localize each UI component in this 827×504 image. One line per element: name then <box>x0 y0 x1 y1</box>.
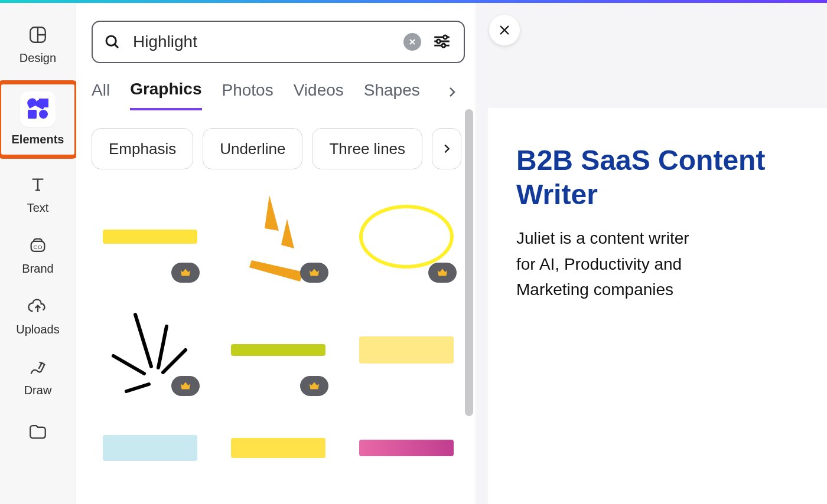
result-item[interactable] <box>220 299 336 401</box>
nav-label: Uploads <box>16 323 59 336</box>
uploads-icon <box>27 296 48 317</box>
nav-label: Brand <box>22 262 53 276</box>
nav-elements-highlight: Elements <box>0 80 79 159</box>
result-item[interactable] <box>220 413 336 483</box>
svg-point-5 <box>437 40 440 43</box>
result-item[interactable] <box>349 413 465 483</box>
side-nav: Design Elements Text CO Brand <box>0 3 76 504</box>
search-row <box>92 21 465 63</box>
premium-badge <box>428 263 457 283</box>
text-icon <box>27 174 48 195</box>
panel-scrollbar[interactable] <box>465 109 473 440</box>
chips-scroll-right[interactable] <box>432 128 461 169</box>
filter-icon[interactable] <box>432 31 453 53</box>
nav-uploads[interactable]: Uploads <box>0 291 76 341</box>
nav-label: Elements <box>12 133 64 146</box>
nav-brand[interactable]: CO Brand <box>0 230 76 280</box>
canvas-paragraph[interactable]: Juliet is a content writer for AI, Produ… <box>516 225 753 302</box>
draw-icon <box>27 356 48 378</box>
nav-design[interactable]: Design <box>0 19 76 70</box>
search-icon <box>103 33 121 51</box>
highlight-graphic <box>359 440 454 456</box>
nav-text[interactable]: Text <box>0 169 76 220</box>
highlight-graphic <box>231 344 325 356</box>
elements-tile <box>20 91 56 127</box>
result-item[interactable] <box>92 413 208 483</box>
folder-icon <box>27 421 48 442</box>
category-tabs: All Graphics Photos Videos Shapes <box>92 80 465 110</box>
nav-draw[interactable]: Draw <box>0 352 76 402</box>
search-box[interactable] <box>92 21 465 63</box>
close-panel-button[interactable] <box>489 15 520 45</box>
highlight-graphic <box>103 230 197 244</box>
result-item[interactable] <box>220 186 336 287</box>
nav-projects[interactable] <box>0 416 76 447</box>
result-item[interactable] <box>92 299 208 401</box>
nav-label: Text <box>27 201 49 215</box>
tab-graphics[interactable]: Graphics <box>130 80 201 110</box>
chip-three-lines[interactable]: Three lines <box>312 128 422 169</box>
tab-photos[interactable]: Photos <box>222 81 274 109</box>
svg-point-6 <box>442 44 445 47</box>
premium-badge <box>300 263 328 283</box>
nav-elements[interactable]: Elements <box>2 87 73 151</box>
highlight-graphic <box>359 205 454 269</box>
chip-emphasis[interactable]: Emphasis <box>92 128 193 169</box>
design-canvas[interactable]: B2B SaaS Content Writer Juliet is a cont… <box>488 108 827 504</box>
result-item[interactable] <box>349 299 465 401</box>
canvas-heading[interactable]: B2B SaaS Content Writer <box>516 143 812 211</box>
result-item[interactable] <box>349 186 465 287</box>
clear-search-button[interactable] <box>403 33 421 51</box>
canvas-area: B2B SaaS Content Writer Juliet is a cont… <box>476 3 827 504</box>
premium-badge <box>171 376 200 396</box>
tab-videos[interactable]: Videos <box>294 81 344 109</box>
search-input[interactable] <box>132 32 393 52</box>
results-grid <box>92 186 465 483</box>
elements-icon <box>27 99 48 120</box>
highlight-graphic <box>103 435 197 461</box>
app: Design Elements Text CO Brand <box>0 3 827 504</box>
tab-all[interactable]: All <box>92 81 110 109</box>
tabs-scroll-right[interactable] <box>445 85 465 105</box>
premium-badge <box>171 263 200 283</box>
brand-icon: CO <box>27 235 48 256</box>
design-icon <box>27 24 48 45</box>
result-item[interactable] <box>92 186 208 287</box>
tab-shapes[interactable]: Shapes <box>364 81 420 109</box>
svg-point-3 <box>106 36 116 45</box>
chip-underline[interactable]: Underline <box>203 128 302 169</box>
elements-panel: All Graphics Photos Videos Shapes Emphas… <box>76 3 476 504</box>
svg-text:CO: CO <box>34 244 43 250</box>
nav-label: Draw <box>24 384 52 397</box>
nav-label: Design <box>19 51 56 65</box>
svg-point-4 <box>444 35 447 39</box>
premium-badge <box>300 376 328 396</box>
scrollbar-thumb[interactable] <box>465 109 473 416</box>
highlight-graphic <box>359 336 454 364</box>
highlight-graphic <box>231 438 325 458</box>
suggestion-chips: Emphasis Underline Three lines <box>92 128 465 169</box>
